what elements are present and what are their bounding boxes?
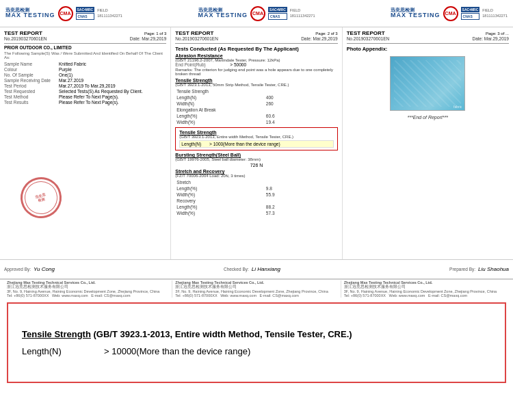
- expanded-title-rest: (GB/T 3923.1-2013, Entire width Method, …: [94, 329, 352, 339]
- max-testing-logo-3: 迅竞思检测 MAX TESTING: [391, 8, 440, 20]
- stretch-section: Stretch and Recovery (FZ/T 70006-2004 Lo…: [175, 169, 337, 216]
- tensile-50mm-table: Tensile Strength Length(N)400 Width(N)26…: [175, 88, 337, 125]
- col2-tests-title: Tests Conducted (As Requested By The App…: [175, 46, 337, 52]
- approved-sig: Approved By: Yu Cong: [4, 266, 55, 272]
- checked-name: Li Hanxiang: [252, 266, 280, 272]
- col2-header: TEST REPORT Page: 2 of 3 No.201903270601…: [175, 30, 337, 41]
- col3-header: TEST REPORT Page: 3 of ... No.2019032706…: [347, 30, 509, 41]
- col3-meta: No.201903270601EN Date: Mar.29,2019: [347, 36, 509, 41]
- col1-intro: The Following Sample(S) Was / Were Submi…: [4, 51, 166, 60]
- expanded-title: Tensile Strength (GB/T 3923.1-2013, Enti…: [22, 329, 491, 339]
- col3-divider: [347, 43, 509, 44]
- stretch-title: Stretch and Recovery: [175, 169, 337, 174]
- sample-name-row: Sample Name Knitted Fabric: [4, 62, 166, 66]
- expanded-data-value: > 10000(More than the device range): [104, 346, 250, 356]
- expanded-data-label: Length(N): [22, 346, 104, 356]
- tensile-50mm-title: Tensile Strength: [175, 78, 337, 83]
- sac-cnas-3: SAC•MRC CNAS: [461, 7, 480, 20]
- col1-report-no: 201903270601EN: [11, 36, 47, 41]
- approved-name: Yu Cong: [34, 266, 55, 272]
- cma-badge-2: CMA: [250, 6, 265, 21]
- abrasion-title: Abrasion Resistance: [175, 53, 337, 58]
- checked-label: Checked By:: [224, 267, 249, 272]
- bursting-section: Bursting Strength(Steel Ball) (GB/T 1997…: [175, 153, 337, 168]
- abrasion-section: Abrasion Resistance (GB/T 21196.2-2007, …: [175, 53, 337, 76]
- col2-report-title: TEST REPORT: [175, 30, 213, 36]
- prepared-name: Liu Shaohua: [478, 266, 509, 272]
- columns-wrapper: TEST REPORT Page: 1 of 3 No.201903270601…: [0, 27, 513, 260]
- column-2: TEST REPORT Page: 2 of 3 No.201903270601…: [171, 27, 342, 259]
- footer-col-2: Zhejiang Max Testing Technical Services …: [172, 280, 341, 298]
- col2-meta: No.201903270601EN Date: Mar.29,2019: [175, 36, 337, 41]
- col1-divider: [4, 43, 166, 44]
- tensile-50mm-std: (GB/T 3923.1-2013, 50mm Strip Method, Te…: [175, 83, 337, 87]
- footer-col-3: Zhejiang Max Testing Technical Services …: [341, 280, 509, 298]
- col1-header: TEST REPORT Page: 1 of 3 No.201903270601…: [4, 30, 166, 41]
- prepared-sig: Prepared By: Liu Shaohua: [449, 266, 509, 272]
- footer: Zhejiang Max Testing Technical Services …: [0, 279, 513, 298]
- tensile-50mm-section: Tensile Strength (GB/T 3923.1-2013, 50mm…: [175, 78, 337, 125]
- max-testing-logo-1: 迅竞思检测 MAX TESTING: [5, 8, 55, 20]
- tensile-entire-std: (GB/T 3923.1-2013, Entire width Method, …: [179, 135, 333, 139]
- abrasion-remarks: Remarks: The criterion for judging end p…: [175, 68, 337, 76]
- logo-group-2: 迅竞思检测 MAX TESTING CMA SAC•MRC CNAS FIELD…: [198, 6, 315, 21]
- col1-sample-info: Sample Name Knitted Fabric Colour Purple…: [4, 62, 166, 105]
- red-stamp: 迅竞思检测: [16, 172, 66, 222]
- prepared-label: Prepared By:: [449, 267, 475, 272]
- tensile-entire-section: Tensile Strength (GB/T 3923.1-2013, Enti…: [175, 127, 337, 150]
- approved-label: Approved By:: [4, 267, 31, 272]
- footer-col-1: Zhejiang Max Testing Technical Services …: [4, 280, 172, 298]
- column-3: TEST REPORT Page: 3 of ... No.2019032706…: [343, 27, 513, 259]
- stretch-table: Stretch Length(%)9.8 Width(%)55.9 Recove…: [175, 179, 337, 216]
- column-1: TEST REPORT Page: 1 of 3 No.201903270601…: [0, 27, 171, 259]
- col3-report-title: TEST REPORT: [347, 30, 385, 36]
- col3-page: Page: 3 of ...: [486, 31, 509, 36]
- sac-cnas-2: SAC•MRC CNAS: [268, 7, 287, 20]
- max-testing-logo-2: 迅竞思检测 MAX TESTING: [198, 8, 248, 20]
- logo-group-1: 迅竞思检测 MAX TESTING CMA SAC•MRC CNAS FIELD…: [5, 6, 122, 21]
- top-banner: 迅竞思检测 MAX TESTING CMA SAC•MRC CNAS FIELD…: [0, 0, 513, 27]
- fabric-photo: fabric: [390, 56, 465, 111]
- col1-meta: No.201903270601EN Date: Mar.29,2019: [4, 36, 166, 41]
- tensile-entire-row: Length(N) > 1000(More than the device ra…: [179, 140, 333, 148]
- expanded-highlight-box: Tensile Strength (GB/T 3923.1-2013, Enti…: [7, 302, 506, 383]
- col3-photo-title: Photo Appendix:: [347, 46, 509, 52]
- bursting-title: Bursting Strength(Steel Ball): [175, 153, 337, 157]
- sac-cnas-1: SAC•MRC CNAS: [76, 7, 95, 20]
- cma-badge-1: CMA: [58, 6, 73, 21]
- end-report-text: ***End of Report***: [347, 115, 509, 120]
- col1-page: Page: 1 of 3: [144, 31, 166, 36]
- col1-date: Mar.29,2019: [142, 36, 166, 41]
- bursting-value: 726 N: [175, 163, 337, 168]
- col1-report-title: TEST REPORT: [4, 30, 42, 36]
- col1-client: PRIOR OUTDOOR CO., LIMITED: [4, 45, 166, 50]
- expanded-data-row: Length(N) > 10000(More than the device r…: [22, 346, 491, 356]
- signatures-row: Approved By: Yu Cong Checked By: Li Hanx…: [0, 260, 513, 279]
- checked-sig: Checked By: Li Hanxiang: [224, 266, 280, 272]
- col2-page: Page: 2 of 3: [315, 31, 337, 36]
- col2-divider: [175, 43, 337, 44]
- logo-group-3: 迅竞思检测 MAX TESTING CMA SAC•MRC CNAS FIELD…: [391, 6, 508, 21]
- expanded-title-underline: Tensile Strength: [22, 329, 91, 339]
- photo-area: fabric: [390, 56, 465, 111]
- cma-badge-3: CMA: [443, 6, 458, 21]
- tensile-entire-title: Tensile Strength: [179, 130, 333, 135]
